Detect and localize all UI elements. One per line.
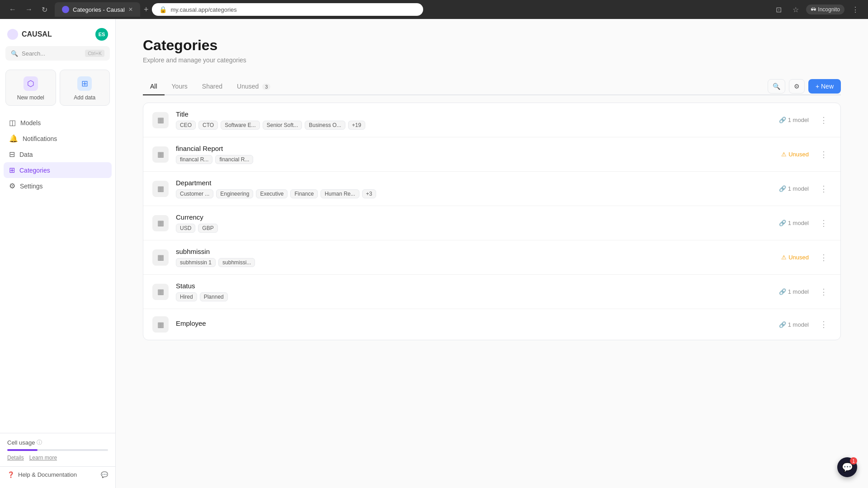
incognito-label: Incognito <box>818 6 840 13</box>
logo-icon <box>7 29 18 40</box>
sidebar-item-settings[interactable]: ⚙ Settings <box>4 178 112 194</box>
model-icon: 🔗 <box>779 117 786 123</box>
search-button[interactable]: 🔍 <box>768 79 785 94</box>
new-tab-button[interactable]: + <box>144 5 149 14</box>
sidebar-item-categories[interactable]: ⊞ Categories <box>4 162 112 178</box>
tab-favicon <box>62 6 69 13</box>
category-tags: Hired Planned <box>176 292 772 301</box>
models-label: Models <box>20 119 41 127</box>
category-icon: ▦ <box>152 316 169 333</box>
details-link[interactable]: Details <box>7 455 24 461</box>
category-info: Status Hired Planned <box>176 282 772 301</box>
table-row[interactable]: ▦ subhmissin subhmissin 1 subhmissi... ⚠… <box>143 240 840 275</box>
browser-tab[interactable]: Categories - Causal ✕ <box>55 2 140 17</box>
learn-more-link[interactable]: Learn more <box>29 455 57 461</box>
nav-section: ◫ Models 🔔 Notifications ⊟ Data ⊞ Catego… <box>0 113 115 433</box>
status-label: 1 model <box>788 220 809 226</box>
status-label: Unused <box>788 254 809 261</box>
address-bar[interactable]: 🔒 my.causal.app/categories <box>152 3 423 16</box>
sidebar-item-data[interactable]: ⊟ Data <box>4 146 112 162</box>
category-icon: ▦ <box>152 181 169 197</box>
search-shortcut: Ctrl+K <box>85 50 104 57</box>
category-name: Employee <box>176 319 772 327</box>
tag: Human Re... <box>321 189 359 198</box>
tab-close-button[interactable]: ✕ <box>128 6 133 13</box>
more-options-button[interactable]: ⋮ <box>816 182 831 196</box>
page-subtitle: Explore and manage your categories <box>143 56 841 64</box>
notifications-label: Notifications <box>23 135 57 142</box>
category-status: ⚠ Unused <box>781 254 809 261</box>
tag: USD <box>176 224 195 233</box>
table-row[interactable]: ▦ Employee 🔗 1 model ⋮ <box>143 309 840 340</box>
sidebar-item-notifications[interactable]: 🔔 Notifications <box>4 131 112 146</box>
avatar[interactable]: ES <box>95 28 108 41</box>
tag: financial R... <box>215 155 253 164</box>
status-label: 1 model <box>788 321 809 328</box>
category-info: Department Customer ... Engineering Exec… <box>176 179 772 198</box>
status-label: 1 model <box>788 185 809 192</box>
more-options-button[interactable]: ⋮ <box>816 285 831 299</box>
model-icon: 🔗 <box>779 288 786 295</box>
cell-usage-text: Cell usage <box>7 439 35 446</box>
table-row[interactable]: ▦ financial Report financal R... financi… <box>143 137 840 172</box>
filter-tabs: All Yours Shared Unused 3 🔍 ⚙ + New <box>143 78 841 95</box>
category-tags: CEO CTO Software E... Senior Soft... Bus… <box>176 121 772 130</box>
tag: Senior Soft... <box>263 121 302 130</box>
category-name: Title <box>176 110 772 118</box>
main-content: Categories Explore and manage your categ… <box>116 19 868 488</box>
bookmark-button[interactable]: ☆ <box>789 4 802 16</box>
new-category-button[interactable]: + New <box>808 79 841 94</box>
more-options-button[interactable]: ⋮ <box>816 148 831 161</box>
more-options-button[interactable]: ⋮ <box>816 113 831 127</box>
tab-all[interactable]: All <box>143 78 165 95</box>
status-label: 1 model <box>788 117 809 123</box>
new-model-label: New model <box>17 94 44 101</box>
table-row[interactable]: ▦ Currency USD GBP 🔗 1 model ⋮ <box>143 206 840 240</box>
help-bar[interactable]: ❓ Help & Documentation 💬 <box>0 466 115 483</box>
refresh-button[interactable]: ↻ <box>38 4 51 16</box>
warning-icon: ⚠ <box>781 254 787 261</box>
category-name: Status <box>176 282 772 290</box>
more-options-button[interactable]: ⋮ <box>816 216 831 230</box>
sidebar-item-models[interactable]: ◫ Models <box>4 115 112 131</box>
menu-button[interactable]: ⋮ <box>848 4 863 16</box>
tab-yours[interactable]: Yours <box>165 78 195 95</box>
more-options-button[interactable]: ⋮ <box>816 318 831 331</box>
notifications-icon: 🔔 <box>9 134 18 143</box>
tab-shared[interactable]: Shared <box>195 78 230 95</box>
category-info: Employee <box>176 319 772 330</box>
new-button-label: + New <box>816 83 834 90</box>
tag: subhmissi... <box>218 258 255 267</box>
forward-button[interactable]: → <box>22 4 36 15</box>
category-info: financial Report financal R... financial… <box>176 145 774 164</box>
categories-label: Categories <box>19 167 50 174</box>
help-label: Help & Documentation <box>18 471 77 478</box>
tag: financal R... <box>176 155 212 164</box>
filter-button[interactable]: ⚙ <box>789 79 805 94</box>
category-list: ▦ Title CEO CTO Software E... Senior Sof… <box>143 103 841 340</box>
category-icon: ▦ <box>152 146 169 163</box>
chat-widget[interactable]: 💬 1 <box>837 457 857 477</box>
settings-icon: ⚙ <box>9 182 15 190</box>
search-icon: 🔍 <box>11 50 18 57</box>
tab-unused[interactable]: Unused 3 <box>230 78 278 95</box>
logo: CAUSAL <box>7 29 52 40</box>
more-options-button[interactable]: ⋮ <box>816 251 831 264</box>
category-tags: Customer ... Engineering Executive Finan… <box>176 189 772 198</box>
table-row[interactable]: ▦ Department Customer ... Engineering Ex… <box>143 172 840 206</box>
add-data-button[interactable]: ⊞ Add data <box>60 70 110 106</box>
warning-icon: ⚠ <box>781 151 787 158</box>
screen-cast-button[interactable]: ⊡ <box>772 4 785 16</box>
table-row[interactable]: ▦ Title CEO CTO Software E... Senior Sof… <box>143 103 840 137</box>
page-title: Categories <box>143 37 841 54</box>
tab-actions: 🔍 ⚙ + New <box>768 79 841 94</box>
tag: +3 <box>362 189 377 198</box>
new-model-button[interactable]: ⬡ New model <box>5 70 56 106</box>
app: CAUSAL ES 🔍 Search... Ctrl+K ⬡ New model… <box>0 19 868 488</box>
category-info: Currency USD GBP <box>176 213 772 233</box>
logo-text: CAUSAL <box>22 30 52 38</box>
incognito-badge: 🕶 Incognito <box>806 5 844 14</box>
back-button[interactable]: ← <box>5 4 20 15</box>
search-bar[interactable]: 🔍 Search... Ctrl+K <box>5 46 110 61</box>
table-row[interactable]: ▦ Status Hired Planned 🔗 1 model ⋮ <box>143 275 840 309</box>
